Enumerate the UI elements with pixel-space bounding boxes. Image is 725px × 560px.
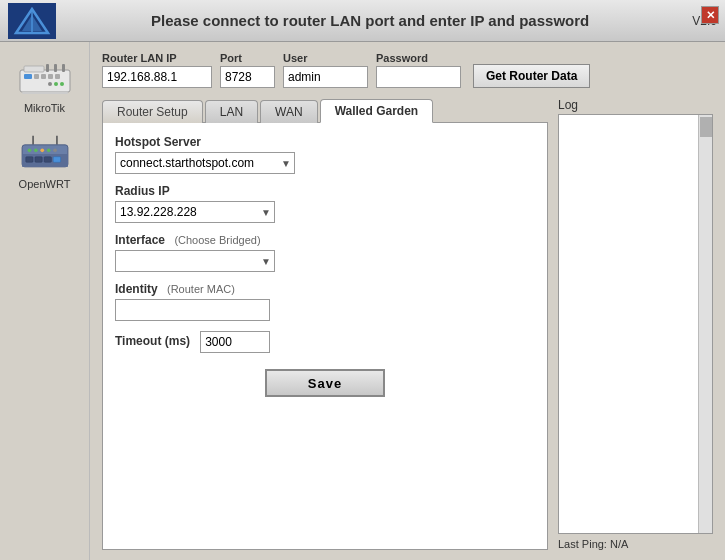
openwrt-label: OpenWRT: [19, 178, 71, 190]
close-button[interactable]: ✕: [701, 6, 719, 24]
router-ip-label: Router LAN IP: [102, 52, 212, 64]
svg-point-22: [27, 149, 31, 153]
svg-rect-29: [44, 157, 51, 163]
radius-ip-select[interactable]: 13.92.228.228: [115, 201, 275, 223]
port-field-group: Port: [220, 52, 275, 88]
radius-ip-row: Radius IP 13.92.228.228 ▼: [115, 184, 535, 223]
interface-sublabel: (Choose Bridged): [174, 234, 260, 246]
svg-point-16: [48, 82, 52, 86]
tab-section: Router Setup LAN WAN Walled Garden Hotsp…: [102, 98, 713, 550]
svg-rect-8: [62, 64, 65, 72]
password-field-group: Password: [376, 52, 461, 88]
mikrotik-icon: [16, 56, 74, 100]
password-input[interactable]: [376, 66, 461, 88]
right-panel: Log Last Ping: N/A: [558, 98, 713, 550]
svg-rect-4: [20, 70, 70, 92]
svg-rect-13: [55, 74, 60, 79]
log-scrollbar[interactable]: [698, 115, 712, 533]
interface-row: Interface (Choose Bridged) ▼: [115, 233, 535, 272]
tab-wan[interactable]: WAN: [260, 100, 318, 123]
interface-wrapper: ▼: [115, 250, 275, 272]
svg-rect-12: [48, 74, 53, 79]
top-bar: Router LAN IP Port User Password Get Rou…: [102, 52, 713, 88]
port-label: Port: [220, 52, 275, 64]
identity-sublabel: (Router MAC): [167, 283, 235, 295]
port-input[interactable]: [220, 66, 275, 88]
last-ping-label: Last Ping:: [558, 538, 607, 550]
svg-point-24: [40, 149, 44, 153]
sidebar-item-openwrt[interactable]: OpenWRT: [12, 128, 78, 194]
svg-point-15: [54, 82, 58, 86]
interface-label: Interface (Choose Bridged): [115, 233, 535, 247]
tab-walled-garden[interactable]: Walled Garden: [320, 99, 434, 123]
hotspot-server-wrapper: connect.starthotspot.com ▼: [115, 152, 295, 174]
router-ip-field-group: Router LAN IP: [102, 52, 212, 88]
interface-select[interactable]: [115, 250, 275, 272]
save-btn-row: Save: [115, 369, 535, 397]
left-panel: Router Setup LAN WAN Walled Garden Hotsp…: [102, 98, 548, 550]
svg-rect-28: [34, 157, 41, 163]
sidebar-item-mikrotik[interactable]: MikroTik: [12, 52, 78, 118]
sidebar: MikroTik: [0, 42, 90, 560]
last-ping-row: Last Ping: N/A: [558, 538, 713, 550]
svg-rect-17: [22, 92, 68, 94]
timeout-input[interactable]: [200, 331, 270, 353]
radius-ip-label: Radius IP: [115, 184, 535, 198]
svg-rect-27: [25, 157, 32, 163]
svg-rect-9: [24, 74, 32, 79]
log-label: Log: [558, 98, 713, 112]
identity-label: Identity (Router MAC): [115, 282, 535, 296]
content-area: Router LAN IP Port User Password Get Rou…: [90, 42, 725, 560]
tabs-row: Router Setup LAN WAN Walled Garden: [102, 98, 548, 122]
identity-row: Identity (Router MAC): [115, 282, 535, 321]
svg-rect-6: [46, 64, 49, 72]
svg-rect-5: [24, 66, 44, 72]
svg-point-23: [34, 149, 38, 153]
get-router-data-button[interactable]: Get Router Data: [473, 64, 590, 88]
main-container: MikroTik: [0, 42, 725, 560]
timeout-row: Timeout (ms): [115, 331, 535, 353]
radius-ip-wrapper: 13.92.228.228 ▼: [115, 201, 275, 223]
user-label: User: [283, 52, 368, 64]
tab-content: Hotspot Server connect.starthotspot.com …: [102, 122, 548, 550]
log-scrollbar-thumb: [700, 117, 712, 137]
svg-rect-10: [34, 74, 39, 79]
antamedia-logo: [8, 3, 56, 39]
openwrt-icon: [16, 132, 74, 176]
password-label: Password: [376, 52, 461, 64]
hotspot-server-row: Hotspot Server connect.starthotspot.com …: [115, 135, 535, 174]
svg-point-26: [53, 149, 57, 153]
svg-point-25: [46, 149, 50, 153]
title-bar: Please connect to router LAN port and en…: [0, 0, 725, 42]
timeout-label: Timeout (ms): [115, 334, 190, 348]
identity-input[interactable]: [115, 299, 270, 321]
svg-rect-7: [54, 64, 57, 72]
save-button[interactable]: Save: [265, 369, 385, 397]
hotspot-server-label: Hotspot Server: [115, 135, 535, 149]
hotspot-server-select[interactable]: connect.starthotspot.com: [115, 152, 295, 174]
tab-lan[interactable]: LAN: [205, 100, 258, 123]
router-ip-input[interactable]: [102, 66, 212, 88]
mikrotik-label: MikroTik: [24, 102, 65, 114]
title-bar-text: Please connect to router LAN port and en…: [56, 12, 684, 29]
user-field-group: User: [283, 52, 368, 88]
svg-point-14: [60, 82, 64, 86]
svg-rect-11: [41, 74, 46, 79]
tab-router-setup[interactable]: Router Setup: [102, 100, 203, 123]
last-ping-value: N/A: [610, 538, 628, 550]
log-box[interactable]: [558, 114, 713, 534]
svg-rect-30: [53, 157, 60, 163]
user-input[interactable]: [283, 66, 368, 88]
